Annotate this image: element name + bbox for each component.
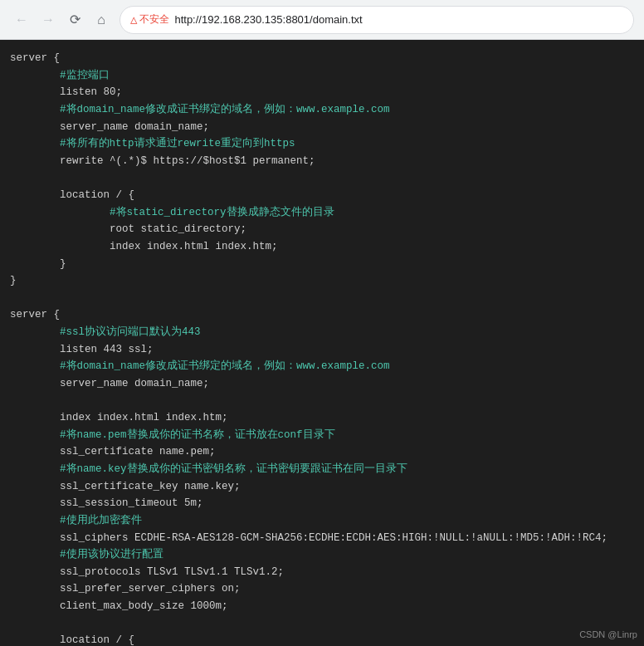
address-bar[interactable]: △ 不安全 http://192.168.230.135:8801/domain…	[120, 6, 634, 34]
warning-icon: △	[130, 12, 137, 27]
security-label: 不安全	[139, 12, 169, 27]
forward-button[interactable]: →	[37, 8, 60, 32]
browser-toolbar: ← → ⟳ ⌂ △ 不安全 http://192.168.230.135:880…	[0, 0, 644, 40]
back-button[interactable]: ←	[10, 8, 33, 32]
watermark: CSDN @Linrp	[579, 629, 637, 639]
nav-buttons: ← → ⟳ ⌂	[10, 8, 113, 32]
code-block: server { #监控端口 listen 80; #将domain_name修…	[3, 46, 641, 646]
content-area: server { #监控端口 listen 80; #将domain_name修…	[0, 40, 644, 646]
security-warning: △ 不安全	[130, 12, 169, 27]
home-button[interactable]: ⌂	[90, 8, 113, 32]
url-text: http://192.168.230.135:8801/domain.txt	[174, 13, 362, 26]
refresh-button[interactable]: ⟳	[63, 8, 86, 32]
